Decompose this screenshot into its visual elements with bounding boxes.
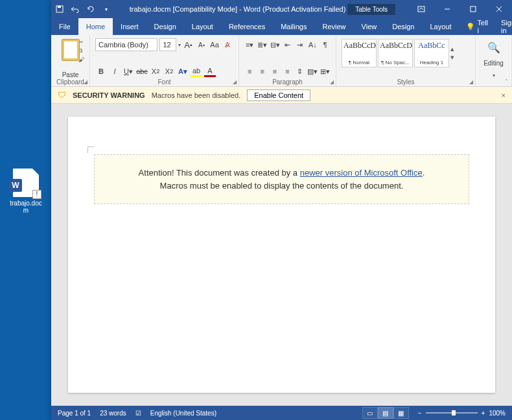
paragraph-group-label: Paragraph (239, 78, 336, 86)
tab-layout[interactable]: Layout (184, 18, 221, 35)
highlight-icon[interactable]: ab (191, 65, 202, 77)
tab-review[interactable]: Review (315, 18, 354, 35)
ribbon-tabs: File Home Insert Design Layout Reference… (51, 18, 512, 35)
styles-more[interactable]: ▴▾ (450, 39, 460, 67)
tab-table-design[interactable]: Design (384, 18, 422, 35)
zoom-slider[interactable]: − + 100% (418, 410, 506, 417)
ribbon-display-options-icon[interactable] (408, 0, 434, 18)
document-page[interactable]: Attention! This document was created by … (68, 117, 495, 393)
zoom-in-icon[interactable]: + (482, 410, 485, 417)
styles-dialog-launcher[interactable]: ◢ (469, 79, 473, 85)
doc-link[interactable]: newer version of Microsoft Office (300, 168, 423, 178)
svg-rect-4 (471, 6, 476, 12)
grow-font-icon[interactable]: A▴ (183, 39, 194, 51)
close-icon[interactable] (486, 0, 512, 18)
bullets-icon[interactable]: ≡▾ (244, 39, 255, 51)
word-window: ▾ trabajo.docm [Compatibility Mode] - Wo… (51, 0, 512, 420)
status-words[interactable]: 23 words (100, 410, 126, 417)
justify-icon[interactable]: ≡ (282, 65, 292, 77)
editing-label[interactable]: Editing (483, 60, 504, 67)
undo-icon[interactable] (71, 5, 80, 14)
tab-home[interactable]: Home (78, 18, 113, 35)
clipboard-group: ✂ ⧉ 🖌 Paste Clipboard ◢ (51, 35, 90, 86)
strikethrough-icon[interactable]: abc (136, 65, 148, 77)
paste-label[interactable]: Paste (62, 71, 79, 78)
styles-group-label: Styles (336, 78, 475, 86)
clear-formatting-icon[interactable]: A̷ (222, 39, 233, 51)
paste-icon[interactable] (62, 39, 80, 61)
status-language[interactable]: English (United States) (150, 410, 216, 417)
zoom-thumb[interactable] (452, 410, 456, 415)
redo-icon[interactable] (86, 5, 95, 14)
change-case-icon[interactable]: Aa (209, 39, 220, 51)
enable-content-button[interactable]: Enable Content (247, 89, 310, 101)
tab-design[interactable]: Design (146, 18, 184, 35)
doc-line2-text: Macros must be enabled to display the co… (108, 180, 456, 192)
print-layout-icon[interactable]: ▤ (378, 407, 393, 419)
tab-mailings[interactable]: Mailings (273, 18, 314, 35)
clipboard-dialog-launcher[interactable]: ◢ (84, 79, 87, 85)
font-group: Cambria (Body) 12 ▾ A▴ A▾ Aa A̷ B I U▾ a… (90, 35, 239, 86)
italic-icon[interactable]: I (109, 65, 121, 77)
zoom-level[interactable]: 100% (489, 410, 506, 417)
align-right-icon[interactable]: ≡ (270, 65, 280, 77)
style-no-spacing[interactable]: AaBbCcD ¶ No Spac... (378, 39, 413, 67)
sign-in[interactable]: Sign in (495, 18, 512, 35)
tab-file[interactable]: File (51, 18, 78, 35)
align-left-icon[interactable]: ≡ (244, 65, 255, 77)
paragraph-dialog-launcher[interactable]: ◢ (330, 79, 334, 85)
crop-mark-icon (87, 146, 94, 153)
minimize-icon[interactable] (434, 0, 460, 18)
web-layout-icon[interactable]: ▦ (393, 407, 409, 419)
collapse-ribbon-icon[interactable]: ˄ (505, 78, 508, 85)
security-warning-bar: 🛡 SECURITY WARNING Macros have been disa… (51, 87, 512, 104)
qat-dropdown-icon[interactable]: ▾ (102, 5, 111, 14)
lightbulb-icon: 💡 (466, 23, 475, 31)
statusbar: Page 1 of 1 23 words ☑ English (United S… (51, 406, 512, 420)
bold-icon[interactable]: B (95, 65, 107, 77)
tab-table-layout[interactable]: Layout (422, 18, 459, 35)
line-spacing-icon[interactable]: ⇕ (295, 65, 305, 77)
borders-icon[interactable]: ⊞▾ (320, 65, 331, 77)
superscript-icon[interactable]: X2 (163, 65, 175, 77)
style-heading1[interactable]: AaBbCc Heading 1 (414, 39, 449, 67)
quick-access-toolbar: ▾ (51, 5, 115, 14)
paragraph-group: ≡▾ ≣▾ ⊟▾ ⇤ ⇥ A↓ ¶ ≡ ≡ ≡ ≡ ⇕ ▨▾ ⊞▾ P (239, 35, 336, 86)
align-center-icon[interactable]: ≡ (257, 65, 267, 77)
shrink-font-icon[interactable]: A▾ (196, 39, 207, 51)
text-effects-icon[interactable]: A▾ (177, 65, 189, 77)
zoom-out-icon[interactable]: − (418, 410, 422, 417)
font-color-icon[interactable]: A (204, 65, 216, 77)
subscript-icon[interactable]: X2 (150, 65, 161, 77)
increase-indent-icon[interactable]: ⇥ (295, 39, 305, 51)
find-icon[interactable]: 🔍 (487, 41, 500, 54)
sort-icon[interactable]: A↓ (307, 39, 318, 51)
document-area[interactable]: Attention! This document was created by … (51, 104, 512, 406)
font-name-select[interactable]: Cambria (Body) (95, 38, 157, 51)
style-normal[interactable]: AaBbCcD ¶ Normal (342, 39, 377, 67)
tab-insert[interactable]: Insert (113, 18, 146, 35)
underline-icon[interactable]: U▾ (122, 65, 134, 77)
tab-view[interactable]: View (354, 18, 385, 35)
proofing-icon[interactable]: ☑ (135, 410, 141, 417)
maximize-icon[interactable] (460, 0, 486, 18)
desktop-file[interactable]: W ! trabajo.docm (8, 169, 44, 214)
security-warning-msg: Macros have been disabled. (152, 91, 241, 99)
shading-icon[interactable]: ▨▾ (307, 65, 318, 77)
font-dialog-launcher[interactable]: ◢ (233, 79, 237, 85)
tab-references[interactable]: References (221, 18, 273, 35)
word-file-icon: W ! (13, 169, 39, 197)
security-close-icon[interactable]: × (502, 91, 506, 99)
tell-me[interactable]: 💡Tell i (460, 18, 495, 35)
read-mode-icon[interactable]: ▭ (362, 407, 378, 419)
decrease-indent-icon[interactable]: ⇤ (282, 39, 292, 51)
show-marks-icon[interactable]: ¶ (320, 39, 331, 51)
shield-icon: 🛡 (58, 90, 66, 100)
multilevel-list-icon[interactable]: ⊟▾ (270, 39, 280, 51)
status-page[interactable]: Page 1 of 1 (58, 410, 91, 417)
font-size-select[interactable]: 12 (159, 38, 176, 51)
document-message-box: Attention! This document was created by … (94, 154, 469, 204)
numbering-icon[interactable]: ≣▾ (257, 39, 267, 51)
styles-group: AaBbCcD ¶ Normal AaBbCcD ¶ No Spac... Aa… (336, 35, 476, 86)
save-icon[interactable] (55, 5, 64, 14)
